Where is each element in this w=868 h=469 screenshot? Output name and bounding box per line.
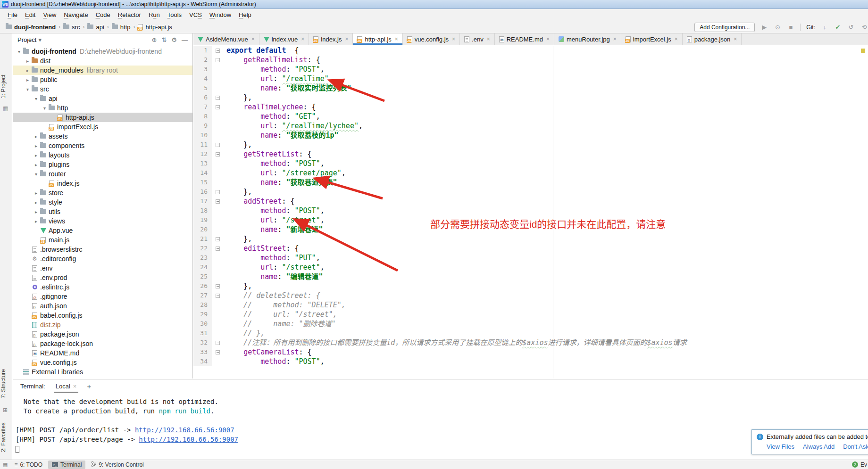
add-configuration-button[interactable]: Add Configuration... <box>694 23 755 32</box>
close-icon[interactable]: × <box>546 36 550 42</box>
line-number[interactable]: 31 <box>193 329 212 338</box>
tree-item-babel-config-js[interactable]: babel.config.js <box>13 311 192 320</box>
line-number[interactable]: 7 <box>193 102 212 112</box>
code-line[interactable]: 12 getStreetList: { <box>193 149 868 159</box>
chevron-right-icon[interactable]: ▸ <box>24 58 31 64</box>
line-number[interactable]: 17 <box>193 197 212 206</box>
tab-vue-config-js[interactable]: vue.config.js× <box>403 33 460 45</box>
event-log-label[interactable]: Ev <box>860 461 867 468</box>
close-icon[interactable]: × <box>395 36 398 42</box>
tree-item-layouts[interactable]: ▸layouts <box>13 150 192 160</box>
chevron-right-icon[interactable]: ▸ <box>24 77 31 82</box>
tab-importexcel-js[interactable]: importExcel.js× <box>621 33 683 45</box>
git-update-icon[interactable]: ↓ <box>821 24 828 31</box>
breadcrumb-item-http-api-js[interactable]: http-api.js <box>137 24 173 31</box>
chevron-down-icon[interactable]: ▾ <box>38 36 42 43</box>
chevron-right-icon[interactable]: ▸ <box>33 153 40 158</box>
tree-item--editorconfig[interactable]: .editorconfig <box>13 254 192 263</box>
code-line[interactable]: 11 }, <box>193 140 868 149</box>
code-line[interactable]: 27 // deleteStreet: { <box>193 291 868 300</box>
terminal-link[interactable]: http://192.168.66.56:9007 <box>135 426 234 434</box>
line-number[interactable]: 12 <box>193 149 212 159</box>
tree-item-dist-zip[interactable]: dist.zip <box>13 320 192 329</box>
stripe-project-button[interactable]: 1: Project <box>0 70 12 103</box>
code-line[interactable]: 9 url: "/realTime/lychee", <box>193 121 868 131</box>
code-editor[interactable]: 1export default {2 getRealTimeList: {3 m… <box>193 46 868 378</box>
fold-marker[interactable] <box>212 347 223 357</box>
code-line[interactable]: 31 // }, <box>193 329 868 338</box>
fold-marker[interactable] <box>212 338 223 347</box>
chevron-down-icon[interactable]: ▾ <box>41 106 48 111</box>
code-line[interactable]: 33 getCameraList: { <box>193 347 868 357</box>
fold-box-icon[interactable] <box>216 105 220 109</box>
line-number[interactable]: 14 <box>193 168 212 178</box>
line-number[interactable]: 3 <box>193 65 212 74</box>
code-line[interactable]: 21 }, <box>193 234 868 244</box>
hide-icon[interactable]: — <box>182 36 188 43</box>
tree-item-components[interactable]: ▸components <box>13 141 192 150</box>
line-number[interactable]: 23 <box>193 253 212 263</box>
fold-marker[interactable] <box>212 149 223 159</box>
code-line[interactable]: 29 // url: "/street", <box>193 310 868 319</box>
tree-item--browserslistrc[interactable]: .browserslistrc <box>13 245 192 254</box>
notification-action-don-t-ask-agai[interactable]: Don't Ask Agai <box>843 443 868 450</box>
line-number[interactable]: 24 <box>193 263 212 272</box>
tree-item--env-prod[interactable]: .env.prod <box>13 273 192 282</box>
chevron-right-icon[interactable]: ▸ <box>24 68 31 73</box>
chevron-right-icon[interactable]: ▸ <box>33 162 40 167</box>
code-line[interactable]: 18 method: "POST", <box>193 206 868 215</box>
code-line[interactable]: 3 method: "POST", <box>193 65 868 74</box>
fold-box-icon[interactable] <box>216 190 220 194</box>
project-panel-title[interactable]: Project <box>17 36 36 43</box>
code-line[interactable]: 30 // name: "删除巷道" <box>193 319 868 329</box>
tree-item-views[interactable]: ▸views <box>13 216 192 226</box>
tab-menurouter-jpg[interactable]: menuRouter.jpg× <box>554 33 621 45</box>
chevron-down-icon[interactable]: ▾ <box>16 49 23 54</box>
tree-item-importexcel-js[interactable]: importExcel.js <box>13 122 192 132</box>
line-number[interactable]: 8 <box>193 112 212 121</box>
menu-run[interactable]: Run <box>145 10 164 20</box>
settings-icon[interactable]: ⚙ <box>171 36 177 43</box>
fold-marker[interactable] <box>212 140 223 149</box>
tree-item-auth-json[interactable]: auth.json <box>13 301 192 311</box>
line-number[interactable]: 33 <box>193 347 212 357</box>
breadcrumb-item-duoji-frontend[interactable]: duoji-frontend <box>5 24 57 31</box>
tree-item-store[interactable]: ▸store <box>13 188 192 197</box>
line-number[interactable]: 22 <box>193 244 212 253</box>
fold-marker[interactable] <box>212 244 223 253</box>
code-line[interactable]: 34 method: "POST", <box>193 357 868 366</box>
close-icon[interactable]: × <box>301 36 304 42</box>
tree-item-src[interactable]: ▾src <box>13 84 192 94</box>
line-number[interactable]: 34 <box>193 357 212 366</box>
close-icon[interactable]: × <box>675 36 678 42</box>
chevron-right-icon[interactable]: ▸ <box>33 143 40 148</box>
code-line[interactable]: 4 url: "/realTime", <box>193 74 868 83</box>
close-icon[interactable]: × <box>613 36 617 42</box>
code-line[interactable]: 28 // method: "DELETE", <box>193 300 868 310</box>
tree-item-api[interactable]: ▾api <box>13 94 192 103</box>
code-line[interactable]: 8 method: "GET", <box>193 112 868 121</box>
fold-box-icon[interactable] <box>216 199 220 204</box>
terminal-link[interactable]: http://192.168.66.56:9007 <box>139 436 238 443</box>
menu-help[interactable]: Help <box>235 10 255 20</box>
code-line[interactable]: 32 //注释：所有用到删除的接口都需要拼接变量id，所以请求方式采用了挂载在原… <box>193 338 868 347</box>
line-number[interactable]: 16 <box>193 187 212 197</box>
tree-item--env[interactable]: .env <box>13 263 192 273</box>
close-icon[interactable]: × <box>251 36 255 42</box>
code-line[interactable]: 23 method: "PUT", <box>193 253 868 263</box>
tab-index-vue[interactable]: index.vue× <box>259 33 309 45</box>
menu-edit[interactable]: Edit <box>21 10 39 20</box>
chevron-down-icon[interactable]: ▾ <box>33 172 40 177</box>
fold-box-icon[interactable] <box>216 49 220 53</box>
tab-readme-md[interactable]: README.md× <box>495 33 554 45</box>
git-commit-icon[interactable]: ✔ <box>834 24 842 31</box>
chevron-right-icon[interactable]: ▸ <box>33 190 40 196</box>
close-icon[interactable]: × <box>734 36 737 42</box>
fold-marker[interactable] <box>212 187 223 197</box>
inspection-status-icon[interactable] <box>861 49 865 53</box>
stripe-structure-button[interactable]: 7: Structure <box>0 363 12 404</box>
git-history-icon[interactable]: ↺ <box>847 24 855 31</box>
tree-item-assets[interactable]: ▸assets <box>13 132 192 141</box>
code-line[interactable]: 22 editStreet: { <box>193 244 868 253</box>
tree-item-package-json[interactable]: package.json <box>13 329 192 339</box>
